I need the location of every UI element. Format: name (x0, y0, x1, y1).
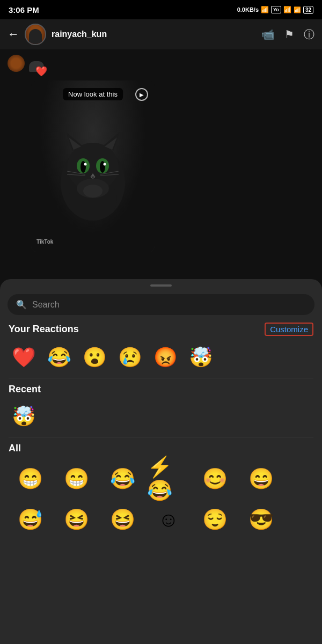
bottom-sheet: 🔍 Search Your Reactions Customize ❤️ 😂 😮… (0, 279, 322, 644)
recent-row: 🤯 (9, 401, 313, 431)
search-icon: 🔍 (16, 299, 27, 310)
username: rainyach_kun (52, 30, 256, 39)
chat-area: ❤️ (0, 49, 322, 307)
search-input[interactable]: Search (32, 300, 60, 310)
all-emoji-1[interactable]: 😁 (9, 460, 52, 497)
customize-button[interactable]: Customize (265, 323, 313, 336)
status-bar: 3:06 PM 0.0KB/s 📶 Yo 📶 📶 32 (0, 0, 322, 19)
svg-point-10 (100, 161, 105, 173)
all-emoji-12[interactable]: 😎 (239, 501, 282, 538)
all-emoji-6[interactable]: 😄 (239, 460, 282, 497)
heart-reaction: ❤️ (35, 65, 47, 77)
all-emoji-11[interactable]: 😌 (193, 501, 236, 538)
all-emoji-5[interactable]: 😊 (193, 460, 236, 497)
reaction-angry[interactable]: 😡 (150, 342, 180, 372)
message-bubble: ❤️ (29, 61, 44, 72)
all-header: All (9, 443, 313, 454)
your-reactions-row: ❤️ 😂 😮 😢 😡 🤯 (9, 342, 313, 372)
reaction-heart[interactable]: ❤️ (9, 342, 39, 372)
your-reactions-header: Your Reactions Customize (9, 323, 313, 336)
divider-2 (9, 437, 313, 437)
svg-point-9 (80, 161, 86, 173)
recent-header: Recent (9, 384, 313, 395)
divider-1 (9, 378, 313, 378)
status-right: 0.0KB/s 📶 Yo 📶 📶 32 (237, 6, 313, 14)
svg-point-11 (84, 163, 87, 166)
all-emojis-row-1: 😁 😁 😂 ⚡😂 😊 😄 (9, 460, 313, 497)
tiktok-embed[interactable]: Now look at this ▶ TikTok (31, 80, 155, 252)
signal-icon: 📶 (261, 6, 269, 13)
sender-avatar (8, 55, 25, 72)
time: 3:06 PM (9, 5, 39, 14)
all-emoji-3[interactable]: 😂 (101, 460, 144, 497)
search-bar[interactable]: 🔍 Search (8, 294, 314, 315)
reaction-sad[interactable]: 😢 (115, 342, 145, 372)
tiktok-play-button[interactable]: ▶ (135, 88, 148, 101)
all-emoji-9[interactable]: 😆 (101, 501, 144, 538)
reaction-laugh[interactable]: 😂 (44, 342, 74, 372)
recent-emoji-1[interactable]: 🤯 (9, 401, 39, 431)
all-emoji-8[interactable]: 😆 (55, 501, 98, 538)
message-top: ❤️ (0, 49, 322, 77)
tiktok-logo: TikTok (36, 239, 53, 245)
reaction-explode[interactable]: 🤯 (186, 342, 216, 372)
all-emoji-7[interactable]: 😅 (9, 501, 52, 538)
tiktok-caption: Now look at this (63, 88, 123, 100)
lte-badge: Yo (271, 6, 281, 13)
tiktok-video: Now look at this ▶ TikTok (31, 80, 155, 252)
all-section: All 😁 😁 😂 ⚡😂 😊 😄 😅 😆 😆 ☺️ 😌 😎 (0, 443, 322, 538)
reaction-wow[interactable]: 😮 (79, 342, 109, 372)
video-call-icon[interactable]: 📹 (261, 28, 275, 41)
nav-bar: ← rainyach_kun 📹 ⚑ ⓘ (0, 19, 322, 49)
nav-icons: 📹 ⚑ ⓘ (261, 27, 314, 42)
wifi-icon: 📶 (294, 6, 301, 13)
all-title: All (9, 443, 21, 454)
your-reactions-section: Your Reactions Customize ❤️ 😂 😮 😢 😡 🤯 (0, 323, 322, 372)
avatar (25, 24, 46, 45)
flag-icon[interactable]: ⚑ (284, 28, 294, 41)
all-emoji-10[interactable]: ☺️ (147, 501, 190, 538)
all-emoji-2[interactable]: 😁 (55, 460, 98, 497)
recent-section: Recent 🤯 (0, 384, 322, 431)
sheet-handle (150, 284, 172, 287)
back-button[interactable]: ← (8, 27, 19, 41)
svg-point-19 (83, 185, 103, 197)
your-reactions-title: Your Reactions (9, 324, 79, 335)
all-emojis-row-2: 😅 😆 😆 ☺️ 😌 😎 (9, 501, 313, 538)
svg-point-12 (104, 163, 106, 166)
info-icon[interactable]: ⓘ (304, 27, 314, 42)
all-emoji-4[interactable]: ⚡😂 (147, 460, 190, 497)
cat-illustration (50, 113, 136, 231)
signal-icon-2: 📶 (283, 6, 291, 13)
recent-title: Recent (9, 384, 41, 395)
battery-level: 32 (303, 6, 313, 14)
network-speed: 0.0KB/s (237, 6, 259, 13)
